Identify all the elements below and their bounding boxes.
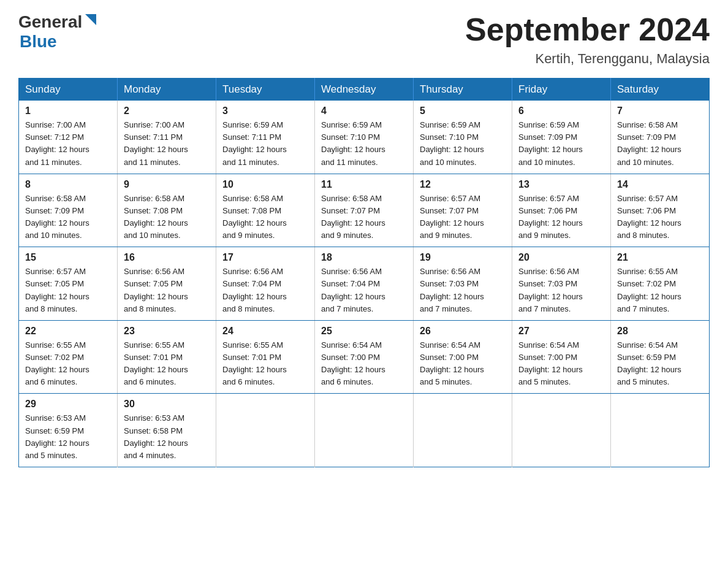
day-number: 9 <box>124 179 210 190</box>
calendar-cell: 23Sunrise: 6:55 AMSunset: 7:01 PMDayligh… <box>118 320 216 394</box>
day-number: 7 <box>617 105 703 117</box>
day-info: Sunrise: 7:00 AMSunset: 7:11 PMDaylight:… <box>124 119 210 169</box>
day-info: Sunrise: 6:55 AMSunset: 7:01 PMDaylight:… <box>124 339 210 389</box>
day-info: Sunrise: 6:57 AMSunset: 7:06 PMDaylight:… <box>617 193 703 242</box>
week-row-4: 22Sunrise: 6:55 AMSunset: 7:02 PMDayligh… <box>19 320 710 394</box>
day-number: 8 <box>25 179 111 190</box>
logo-text-general: General <box>18 12 82 32</box>
calendar-cell <box>414 394 512 467</box>
day-number: 19 <box>420 252 506 263</box>
calendar-cell: 22Sunrise: 6:55 AMSunset: 7:02 PMDayligh… <box>19 320 118 394</box>
day-number: 20 <box>518 252 604 263</box>
day-number: 18 <box>321 252 407 263</box>
header-friday: Friday <box>512 79 611 101</box>
day-info: Sunrise: 6:58 AMSunset: 7:07 PMDaylight:… <box>321 193 407 242</box>
calendar-cell: 15Sunrise: 6:57 AMSunset: 7:05 PMDayligh… <box>19 247 118 321</box>
day-info: Sunrise: 6:59 AMSunset: 7:09 PMDaylight:… <box>518 119 604 169</box>
day-number: 3 <box>222 105 308 117</box>
day-number: 17 <box>222 252 308 263</box>
calendar-cell <box>512 394 611 467</box>
day-number: 10 <box>222 179 308 190</box>
week-row-1: 1Sunrise: 7:00 AMSunset: 7:12 PMDaylight… <box>19 101 710 174</box>
day-number: 6 <box>518 105 604 117</box>
calendar-cell: 5Sunrise: 6:59 AMSunset: 7:10 PMDaylight… <box>414 101 512 174</box>
day-info: Sunrise: 6:57 AMSunset: 7:06 PMDaylight:… <box>518 193 604 242</box>
calendar-title: September 2024 <box>465 12 710 47</box>
calendar-cell: 1Sunrise: 7:00 AMSunset: 7:12 PMDaylight… <box>19 101 118 174</box>
day-info: Sunrise: 6:57 AMSunset: 7:07 PMDaylight:… <box>420 193 506 242</box>
day-info: Sunrise: 6:58 AMSunset: 7:09 PMDaylight:… <box>617 119 703 169</box>
day-number: 2 <box>124 105 210 117</box>
day-info: Sunrise: 6:58 AMSunset: 7:08 PMDaylight:… <box>124 193 210 242</box>
day-info: Sunrise: 6:57 AMSunset: 7:05 PMDaylight:… <box>25 266 111 315</box>
calendar-cell: 6Sunrise: 6:59 AMSunset: 7:09 PMDaylight… <box>512 101 611 174</box>
day-info: Sunrise: 6:58 AMSunset: 7:08 PMDaylight:… <box>222 193 308 242</box>
day-info: Sunrise: 6:56 AMSunset: 7:03 PMDaylight:… <box>518 266 604 315</box>
calendar-cell: 10Sunrise: 6:58 AMSunset: 7:08 PMDayligh… <box>216 174 315 247</box>
day-info: Sunrise: 7:00 AMSunset: 7:12 PMDaylight:… <box>25 119 111 169</box>
calendar-table: SundayMondayTuesdayWednesdayThursdayFrid… <box>18 78 710 467</box>
week-row-5: 29Sunrise: 6:53 AMSunset: 6:59 PMDayligh… <box>19 394 710 467</box>
day-info: Sunrise: 6:59 AMSunset: 7:11 PMDaylight:… <box>222 119 308 169</box>
calendar-cell: 4Sunrise: 6:59 AMSunset: 7:10 PMDaylight… <box>315 101 414 174</box>
page-header: General Blue September 2024 Kertih, Tere… <box>18 12 710 67</box>
week-row-3: 15Sunrise: 6:57 AMSunset: 7:05 PMDayligh… <box>19 247 710 321</box>
header-row: SundayMondayTuesdayWednesdayThursdayFrid… <box>19 79 710 101</box>
day-number: 22 <box>25 326 111 337</box>
day-number: 5 <box>420 105 506 117</box>
logo: General Blue <box>18 12 97 52</box>
calendar-cell: 2Sunrise: 7:00 AMSunset: 7:11 PMDaylight… <box>118 101 216 174</box>
calendar-cell: 18Sunrise: 6:56 AMSunset: 7:04 PMDayligh… <box>315 247 414 321</box>
calendar-cell: 13Sunrise: 6:57 AMSunset: 7:06 PMDayligh… <box>512 174 611 247</box>
calendar-cell: 12Sunrise: 6:57 AMSunset: 7:07 PMDayligh… <box>414 174 512 247</box>
day-info: Sunrise: 6:56 AMSunset: 7:04 PMDaylight:… <box>321 266 407 315</box>
svg-marker-0 <box>85 14 96 25</box>
calendar-cell: 11Sunrise: 6:58 AMSunset: 7:07 PMDayligh… <box>315 174 414 247</box>
header-saturday: Saturday <box>611 79 710 101</box>
header-sunday: Sunday <box>19 79 118 101</box>
day-number: 1 <box>25 105 111 117</box>
calendar-cell: 24Sunrise: 6:55 AMSunset: 7:01 PMDayligh… <box>216 320 315 394</box>
day-info: Sunrise: 6:56 AMSunset: 7:05 PMDaylight:… <box>124 266 210 315</box>
day-number: 21 <box>617 252 703 263</box>
calendar-cell: 3Sunrise: 6:59 AMSunset: 7:11 PMDaylight… <box>216 101 315 174</box>
day-number: 28 <box>617 326 703 337</box>
day-number: 12 <box>420 179 506 190</box>
calendar-subtitle: Kertih, Terengganu, Malaysia <box>465 51 710 67</box>
day-number: 24 <box>222 326 308 337</box>
calendar-cell: 17Sunrise: 6:56 AMSunset: 7:04 PMDayligh… <box>216 247 315 321</box>
day-number: 29 <box>25 399 111 410</box>
day-number: 11 <box>321 179 407 190</box>
calendar-cell: 30Sunrise: 6:53 AMSunset: 6:58 PMDayligh… <box>118 394 216 467</box>
day-info: Sunrise: 6:54 AMSunset: 7:00 PMDaylight:… <box>420 339 506 389</box>
day-info: Sunrise: 6:56 AMSunset: 7:03 PMDaylight:… <box>420 266 506 315</box>
calendar-cell: 7Sunrise: 6:58 AMSunset: 7:09 PMDaylight… <box>611 101 710 174</box>
header-thursday: Thursday <box>414 79 512 101</box>
calendar-cell: 28Sunrise: 6:54 AMSunset: 6:59 PMDayligh… <box>611 320 710 394</box>
calendar-cell: 26Sunrise: 6:54 AMSunset: 7:00 PMDayligh… <box>414 320 512 394</box>
day-number: 23 <box>124 326 210 337</box>
calendar-cell: 19Sunrise: 6:56 AMSunset: 7:03 PMDayligh… <box>414 247 512 321</box>
calendar-cell: 21Sunrise: 6:55 AMSunset: 7:02 PMDayligh… <box>611 247 710 321</box>
logo-triangle-icon <box>84 13 97 26</box>
day-info: Sunrise: 6:54 AMSunset: 6:59 PMDaylight:… <box>617 339 703 389</box>
day-number: 4 <box>321 105 407 117</box>
day-info: Sunrise: 6:53 AMSunset: 6:59 PMDaylight:… <box>25 412 111 462</box>
header-monday: Monday <box>118 79 216 101</box>
day-info: Sunrise: 6:55 AMSunset: 7:01 PMDaylight:… <box>222 339 308 389</box>
day-info: Sunrise: 6:55 AMSunset: 7:02 PMDaylight:… <box>25 339 111 389</box>
calendar-cell: 20Sunrise: 6:56 AMSunset: 7:03 PMDayligh… <box>512 247 611 321</box>
calendar-cell: 9Sunrise: 6:58 AMSunset: 7:08 PMDaylight… <box>118 174 216 247</box>
day-info: Sunrise: 6:59 AMSunset: 7:10 PMDaylight:… <box>321 119 407 169</box>
day-info: Sunrise: 6:54 AMSunset: 7:00 PMDaylight:… <box>321 339 407 389</box>
day-number: 30 <box>124 399 210 410</box>
title-section: September 2024 Kertih, Terengganu, Malay… <box>465 12 710 67</box>
header-tuesday: Tuesday <box>216 79 315 101</box>
calendar-cell: 14Sunrise: 6:57 AMSunset: 7:06 PMDayligh… <box>611 174 710 247</box>
day-number: 25 <box>321 326 407 337</box>
calendar-cell <box>315 394 414 467</box>
day-number: 26 <box>420 326 506 337</box>
day-info: Sunrise: 6:59 AMSunset: 7:10 PMDaylight:… <box>420 119 506 169</box>
day-info: Sunrise: 6:56 AMSunset: 7:04 PMDaylight:… <box>222 266 308 315</box>
calendar-cell <box>216 394 315 467</box>
